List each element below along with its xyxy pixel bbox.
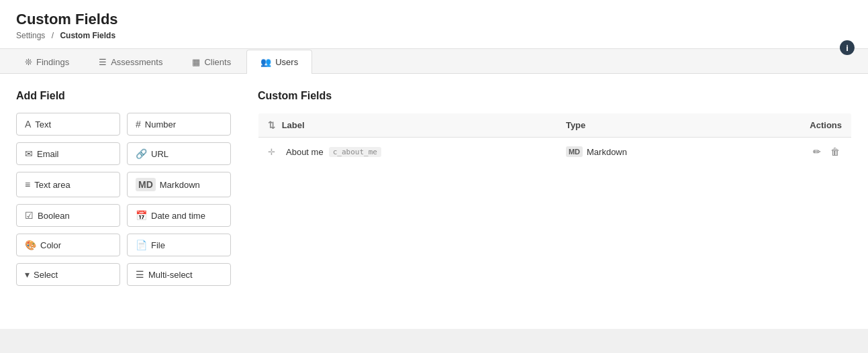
field-btn-file-label: File: [151, 240, 165, 250]
table-row: ✛ About me c_about_me MD Markdown: [258, 138, 852, 166]
field-buttons-grid: A Text # Number ✉ Email 🔗 URL: [16, 113, 231, 286]
col-type: Type: [557, 113, 736, 138]
field-btn-url[interactable]: 🔗 URL: [127, 142, 231, 165]
col-label: ⇅ Label: [258, 113, 557, 138]
file-icon: 📄: [136, 240, 147, 250]
text-icon: A: [25, 119, 31, 130]
boolean-icon: ☑: [25, 210, 34, 221]
field-btn-select-label: Select: [34, 270, 58, 280]
color-icon: 🎨: [25, 240, 36, 250]
field-btn-color[interactable]: 🎨 Color: [16, 234, 120, 256]
field-btn-markdown[interactable]: MD Markdown: [127, 172, 231, 197]
findings-icon: ❊: [25, 57, 32, 67]
email-icon: ✉: [25, 148, 33, 159]
field-slug: c_about_me: [329, 147, 381, 157]
field-btn-multiselect[interactable]: ☰ Multi-select: [127, 263, 231, 286]
delete-button[interactable]: 🗑: [828, 144, 842, 159]
field-btn-text-label: Text: [35, 119, 51, 130]
col-actions: Actions: [736, 113, 852, 138]
tab-assessments-label: Assessments: [111, 57, 162, 67]
custom-fields-panel-title: Custom Fields: [258, 90, 852, 102]
tabs-bar: ❊ Findings ☰ Assessments ▦ Clients 👥 Use…: [0, 49, 868, 74]
breadcrumb-parent[interactable]: Settings: [16, 31, 45, 40]
field-btn-text[interactable]: A Text: [16, 113, 120, 136]
add-field-title: Add Field: [16, 90, 231, 102]
multiselect-icon: ☰: [136, 269, 144, 280]
select-icon: ▾: [25, 269, 30, 280]
breadcrumb: Settings / Custom Fields: [16, 31, 852, 40]
drag-handle-icon[interactable]: ✛: [268, 147, 275, 157]
field-btn-color-label: Color: [40, 240, 61, 250]
field-btn-url-label: URL: [151, 149, 168, 159]
number-icon: #: [136, 119, 141, 130]
field-btn-datetime[interactable]: 📅 Date and time: [127, 204, 231, 227]
field-label-text: About me: [286, 147, 324, 157]
tab-users-label: Users: [275, 57, 298, 67]
tab-users[interactable]: 👥 Users: [246, 50, 312, 74]
textarea-icon: ≡: [25, 179, 30, 190]
field-btn-markdown-label: Markdown: [160, 180, 200, 190]
custom-fields-table: ⇅ Label Type Actions ✛ Ab: [258, 113, 852, 166]
assessments-icon: ☰: [99, 57, 107, 67]
field-btn-file[interactable]: 📄 File: [127, 234, 231, 256]
users-icon: 👥: [260, 57, 271, 67]
field-btn-email[interactable]: ✉ Email: [16, 142, 120, 165]
sort-icon: ⇅: [268, 120, 275, 130]
field-btn-textarea[interactable]: ≡ Text area: [16, 172, 120, 197]
markdown-icon: MD: [136, 178, 156, 191]
field-btn-email-label: Email: [37, 149, 59, 159]
datetime-icon: 📅: [136, 210, 147, 221]
field-btn-textarea-label: Text area: [34, 180, 70, 190]
page-title: Custom Fields: [16, 11, 852, 28]
field-btn-number[interactable]: # Number: [127, 113, 231, 136]
field-btn-number-label: Number: [145, 119, 176, 130]
type-label: Markdown: [587, 147, 627, 157]
tab-clients[interactable]: ▦ Clients: [178, 50, 245, 74]
field-btn-boolean[interactable]: ☑ Boolean: [16, 204, 120, 227]
info-icon[interactable]: i: [840, 40, 855, 55]
type-icon-badge: MD: [566, 146, 583, 157]
tab-clients-label: Clients: [204, 57, 231, 67]
field-btn-multiselect-label: Multi-select: [148, 270, 193, 280]
breadcrumb-current: Custom Fields: [60, 31, 115, 40]
clients-icon: ▦: [192, 57, 200, 67]
tab-findings[interactable]: ❊ Findings: [11, 50, 83, 74]
tab-assessments[interactable]: ☰ Assessments: [85, 50, 177, 74]
field-btn-datetime-label: Date and time: [151, 211, 205, 221]
field-btn-select[interactable]: ▾ Select: [16, 263, 120, 286]
edit-button[interactable]: ✏: [811, 144, 823, 159]
tab-findings-label: Findings: [36, 57, 69, 67]
field-btn-boolean-label: Boolean: [38, 211, 70, 221]
url-icon: 🔗: [136, 148, 147, 159]
